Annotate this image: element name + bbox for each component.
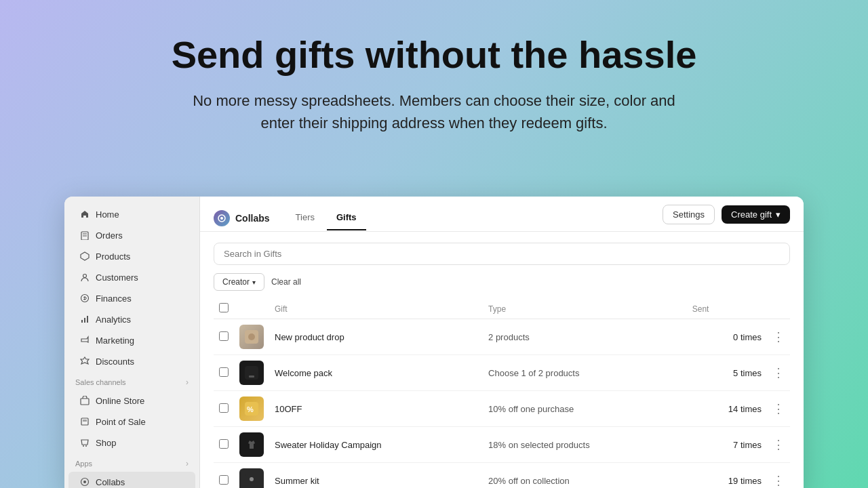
sales-channels-chevron: › — [186, 378, 189, 387]
sidebar-item-shop[interactable]: Shop — [68, 432, 195, 453]
row-actions-welcome-pack[interactable]: ⋮ — [772, 366, 785, 380]
table-row: Sweater Holiday Campaign 18% on selected… — [214, 427, 790, 463]
type-column-header: Type — [483, 299, 687, 319]
tab-gifts[interactable]: Gifts — [327, 207, 366, 230]
gift-sent-new-product-drop: 0 times — [687, 319, 767, 355]
sidebar-item-analytics[interactable]: Analytics — [68, 309, 195, 329]
gift-thumbnail-welcome-pack — [239, 361, 264, 385]
gift-sent-welcome-pack: 5 times — [687, 355, 767, 391]
sidebar-item-marketing[interactable]: Marketing — [68, 330, 195, 350]
collabs-logo: Collabs — [214, 210, 270, 226]
gift-name-sweater-holiday: Sweater Holiday Campaign — [269, 427, 483, 463]
svg-point-3 — [83, 274, 87, 278]
svg-rect-6 — [84, 318, 85, 323]
sent-column-header: Sent — [687, 299, 767, 319]
shop-icon — [79, 437, 90, 448]
sidebar-item-customers[interactable]: Customers — [68, 267, 195, 287]
tabs: Tiers Gifts — [286, 207, 366, 230]
svg-rect-7 — [87, 316, 88, 323]
row-checkbox-sweater-holiday[interactable] — [219, 439, 229, 449]
gifts-table: Gift Type Sent New product drop 2 produc… — [214, 299, 790, 488]
create-gift-button[interactable]: Create gift ▾ — [722, 205, 790, 224]
sidebar-item-online-store[interactable]: Online Store — [68, 390, 195, 411]
svg-point-14 — [83, 481, 86, 483]
filter-row: Creator ▾ Clear all — [214, 273, 790, 291]
sidebar-item-finances[interactable]: Finances — [68, 288, 195, 308]
main-content: Collabs Tiers Gifts Settings Create gift… — [200, 197, 804, 488]
table-row: % 10OFF 10% off one purchase 14 times ⋮ — [214, 391, 790, 427]
gift-sent-sweater-holiday: 7 times — [687, 427, 767, 463]
sales-channels-section: Sales channels › — [64, 372, 199, 390]
products-icon — [79, 251, 90, 262]
svg-point-12 — [85, 445, 87, 447]
row-checkbox-welcome-pack[interactable] — [219, 367, 229, 377]
svg-point-25 — [250, 477, 254, 481]
sidebar-item-products[interactable]: Products — [68, 246, 195, 266]
row-actions-10off[interactable]: ⋮ — [772, 402, 785, 415]
gift-type-new-product-drop: 2 products — [483, 319, 687, 355]
search-input[interactable] — [214, 243, 790, 265]
gift-name-summer-kit: Summer kit — [269, 463, 483, 489]
gift-thumbnail-sweater-holiday — [239, 432, 264, 457]
pos-icon — [79, 416, 90, 427]
chevron-down-icon: ▾ — [776, 209, 781, 220]
row-actions-sweater-holiday[interactable]: ⋮ — [772, 438, 785, 451]
gift-name-10off: 10OFF — [269, 391, 483, 427]
gift-sent-summer-kit: 19 times — [687, 463, 767, 489]
customers-icon — [79, 272, 90, 283]
marketing-icon — [79, 335, 90, 346]
gift-type-welcome-pack: Choose 1 of 2 products — [483, 355, 687, 391]
analytics-icon — [79, 314, 90, 325]
apps-section: Apps › — [64, 453, 199, 471]
content-body: Creator ▾ Clear all Gift Type Sent — [200, 232, 804, 488]
gift-sent-10off: 14 times — [687, 391, 767, 427]
svg-rect-10 — [83, 420, 87, 422]
hero-title: Send gifts without the hassle — [14, 34, 854, 76]
hero-subtitle: No more messy spreadsheets. Members can … — [176, 89, 692, 134]
chevron-down-icon: ▾ — [252, 279, 256, 286]
row-actions-summer-kit[interactable]: ⋮ — [772, 474, 785, 487]
sidebar: Home Orders Products — [64, 197, 200, 488]
gift-type-summer-kit: 20% off on collection — [483, 463, 687, 489]
home-icon — [79, 209, 90, 220]
gift-column-header: Gift — [269, 299, 483, 319]
clear-all-button[interactable]: Clear all — [271, 277, 301, 287]
gift-name-new-product-drop: New product drop — [269, 319, 483, 355]
tab-tiers[interactable]: Tiers — [286, 207, 324, 230]
table-row: New product drop 2 products 0 times ⋮ — [214, 319, 790, 355]
row-actions-new-product-drop[interactable]: ⋮ — [772, 330, 785, 344]
row-checkbox-10off[interactable] — [219, 403, 229, 413]
svg-rect-20 — [249, 375, 254, 378]
svg-point-11 — [83, 445, 84, 447]
svg-point-18 — [248, 333, 255, 340]
sidebar-item-discounts[interactable]: Discounts — [68, 351, 195, 371]
svg-rect-8 — [81, 399, 89, 405]
svg-rect-5 — [81, 320, 83, 323]
svg-text:%: % — [247, 405, 254, 413]
apps-chevron: › — [186, 459, 189, 468]
table-row: Summer kit 20% off on collection 19 time… — [214, 463, 790, 489]
gift-type-sweater-holiday: 18% on selected products — [483, 427, 687, 463]
hero-section: Send gifts without the hassle No more me… — [0, 0, 868, 155]
sidebar-item-collabs[interactable]: Collabs — [68, 472, 195, 488]
header-actions: Settings Create gift ▾ — [663, 205, 790, 231]
gift-name-welcome-pack: Welcome pack — [269, 355, 483, 391]
gift-thumbnail-10off: % — [239, 396, 264, 421]
collabs-logo-icon — [214, 210, 230, 226]
gift-thumbnail-summer-kit — [239, 468, 264, 488]
gift-thumbnail-new-product-drop — [239, 325, 264, 349]
sidebar-item-orders[interactable]: Orders — [68, 225, 195, 245]
store-icon — [79, 395, 90, 406]
discounts-icon — [79, 356, 90, 367]
settings-button[interactable]: Settings — [663, 205, 715, 224]
row-checkbox-summer-kit[interactable] — [219, 475, 229, 485]
row-checkbox-new-product-drop[interactable] — [219, 331, 229, 341]
sidebar-item-point-of-sale[interactable]: Point of Sale — [68, 411, 195, 432]
sidebar-item-home[interactable]: Home — [68, 204, 195, 224]
creator-filter-button[interactable]: Creator ▾ — [214, 273, 264, 291]
app-window: Home Orders Products — [64, 197, 804, 488]
orders-icon — [79, 230, 90, 241]
select-all-checkbox[interactable] — [219, 303, 229, 312]
gift-type-10off: 10% off one purchase — [483, 391, 687, 427]
table-row: Welcome pack Choose 1 of 2 products 5 ti… — [214, 355, 790, 391]
